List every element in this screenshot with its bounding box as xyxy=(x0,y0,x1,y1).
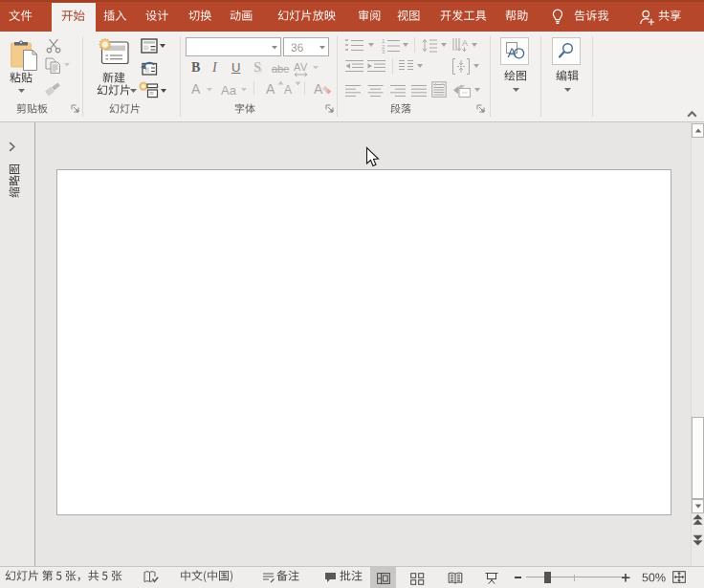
svg-text:A: A xyxy=(462,38,468,48)
svg-text:3: 3 xyxy=(382,49,385,54)
